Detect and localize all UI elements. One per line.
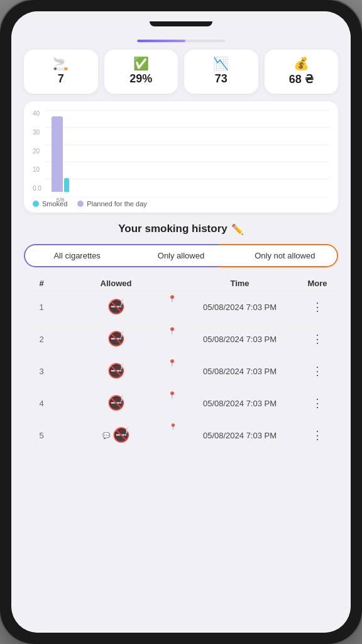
table-row: 1 📍 🚭 05/08/2024 7:03 PM ⋮: [24, 291, 338, 323]
y-label-40: 40: [33, 110, 41, 117]
col-time: Time: [178, 279, 302, 288]
chart-area: 40 30 20 10 0.0: [24, 101, 338, 213]
bar-group-1: 5/8: [52, 116, 69, 192]
pin-icon: 📍: [168, 327, 177, 335]
chart-legend: Smoked Planned for the day: [33, 197, 329, 208]
row-3-more[interactable]: ⋮: [302, 364, 333, 378]
more-options-icon[interactable]: ⋮: [302, 396, 333, 410]
status-bar: [11, 11, 351, 36]
check-icon: ✅: [133, 57, 149, 70]
allowed-icon-container: 📍 🚭: [54, 363, 178, 379]
screen-content: 🚬 7 ✅ 29% 📉 73 💰 68 ₴: [11, 11, 351, 633]
row-1-more[interactable]: ⋮: [302, 300, 333, 314]
y-label-0: 0.0: [33, 185, 41, 192]
allowed-icon-container: 📍 🚭: [54, 299, 178, 315]
row-5-more[interactable]: ⋮: [302, 428, 333, 442]
row-4-time: 05/08/2024 7:03 PM: [178, 399, 302, 408]
legend-dot-smoked: [33, 201, 39, 207]
filter-not-allowed-button[interactable]: Only not allowed: [233, 245, 337, 266]
row-2-allowed: 📍 🚭: [54, 331, 178, 347]
cigarette-icon: 🚬: [53, 57, 69, 70]
filter-allowed-button[interactable]: Only allowed: [129, 245, 233, 266]
smoking-person-icon: 🚭: [107, 299, 124, 315]
row-2-more[interactable]: ⋮: [302, 332, 333, 346]
stat-value-money: 68 ₴: [289, 72, 314, 86]
history-title: Your smoking history ✏️: [24, 223, 338, 235]
chart-container: 40 30 20 10 0.0: [33, 110, 329, 192]
stat-value-count: 73: [215, 72, 228, 86]
row-4-allowed: 📍 🚭: [54, 395, 178, 411]
row-1-allowed: 📍 🚭: [54, 299, 178, 315]
row-3-number: 3: [29, 367, 54, 376]
gridline-4: [45, 162, 329, 162]
pin-icon: 📍: [168, 359, 177, 367]
more-options-icon[interactable]: ⋮: [302, 428, 333, 442]
filter-all-button[interactable]: All cigarettes: [25, 245, 129, 266]
col-number: #: [29, 279, 54, 288]
filter-row-wrapper: All cigarettes Only allowed Only not all…: [24, 244, 338, 267]
row-5-number: 5: [29, 431, 54, 440]
progress-bar: [137, 40, 225, 42]
history-title-text: Your smoking history: [118, 223, 228, 235]
bar-planned: [52, 116, 63, 192]
row-1-number: 1: [29, 303, 54, 312]
pin-icon: 📍: [169, 423, 177, 430]
more-options-icon[interactable]: ⋮: [302, 332, 333, 346]
row-5-allowed: 💬 📍 🚭: [54, 427, 178, 443]
stat-value-cigarettes: 7: [58, 72, 64, 86]
row-5-time: 05/08/2024 7:03 PM: [178, 431, 302, 440]
smoking-person-icon: 🚭: [107, 395, 124, 411]
row-4-number: 4: [29, 399, 54, 408]
row-3-time: 05/08/2024 7:03 PM: [178, 367, 302, 376]
pin-icon: 📍: [168, 391, 177, 399]
chart-gridlines: [45, 110, 329, 179]
y-label-20: 20: [33, 148, 41, 155]
progress-bar-fill: [137, 40, 185, 42]
chart-bars-area: 5/8: [45, 110, 329, 192]
phone-screen: 🚬 7 ✅ 29% 📉 73 💰 68 ₴: [11, 11, 351, 633]
history-section: Your smoking history ✏️ All cigarettes O…: [11, 213, 351, 457]
more-options-icon[interactable]: ⋮: [302, 300, 333, 314]
row-2-number: 2: [29, 335, 54, 344]
col-allowed: Allowed: [54, 279, 178, 288]
table-row: 3 📍 🚭 05/08/2024 7:03 PM ⋮: [24, 355, 338, 387]
gridline-1: [45, 110, 329, 111]
bar-smoked: [64, 178, 69, 192]
trending-down-icon: 📉: [213, 57, 229, 70]
chat-icon: 💬: [102, 432, 110, 439]
row-1-time: 05/08/2024 7:03 PM: [178, 303, 302, 312]
legend-dot-planned: [77, 201, 84, 207]
allowed-icon-container: 💬 📍 🚭: [54, 427, 178, 443]
row-3-allowed: 📍 🚭: [54, 363, 178, 379]
stat-card-count: 📉 73: [184, 50, 258, 94]
edit-icon: ✏️: [231, 223, 244, 235]
stat-card-money: 💰 68 ₴: [265, 50, 339, 94]
phone-frame: 🚬 7 ✅ 29% 📉 73 💰 68 ₴: [0, 0, 362, 644]
chart-y-axis: 40 30 20 10 0.0: [33, 110, 45, 192]
gridline-3: [45, 145, 329, 145]
table-row: 4 📍 🚭 05/08/2024 7:03 PM ⋮: [24, 387, 338, 419]
gridline-5: [45, 179, 329, 179]
legend-planned: Planned for the day: [77, 200, 146, 208]
stat-value-percentage: 29%: [129, 72, 152, 86]
y-label-30: 30: [33, 129, 41, 136]
pin-icon: 📍: [168, 295, 177, 303]
y-label-10: 10: [33, 166, 41, 173]
table-row: 5 💬 📍 🚭 05/08/2024 7:03 PM ⋮: [24, 419, 338, 452]
stat-card-cigarettes: 🚬 7: [24, 50, 98, 94]
legend-label-planned: Planned for the day: [87, 200, 146, 208]
smoking-person-icon: 🚭: [107, 363, 124, 379]
col-more: More: [302, 279, 333, 288]
table-row: 2 📍 🚭 05/08/2024 7:03 PM ⋮: [24, 323, 338, 355]
stats-row: 🚬 7 ✅ 29% 📉 73 💰 68 ₴: [11, 42, 351, 101]
allowed-icon-container: 📍 🚭: [54, 331, 178, 347]
money-bag-icon: 💰: [293, 57, 309, 70]
smoking-person-icon: 🚭: [107, 331, 124, 347]
more-options-icon[interactable]: ⋮: [302, 364, 333, 378]
filter-row: All cigarettes Only allowed Only not all…: [24, 244, 338, 267]
row-2-time: 05/08/2024 7:03 PM: [178, 335, 302, 344]
gridline-2: [45, 127, 329, 128]
smoking-person-icon: 🚭: [112, 427, 129, 443]
row-4-more[interactable]: ⋮: [302, 396, 333, 410]
table-header: # Allowed Time More: [24, 276, 338, 291]
